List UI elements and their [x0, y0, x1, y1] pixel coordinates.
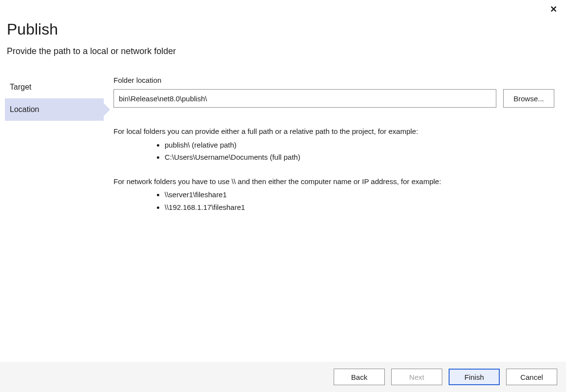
- folder-location-input[interactable]: [113, 89, 496, 108]
- page-subtitle: Provide the path to a local or network f…: [7, 46, 559, 56]
- wizard-footer: Back Next Finish Cancel: [0, 362, 566, 392]
- help-network-intro: For network folders you have to use \\ a…: [113, 175, 554, 188]
- back-button[interactable]: Back: [334, 369, 385, 385]
- main-content: Folder location Browse... For local fold…: [104, 76, 566, 225]
- help-text: For local folders you can provide either…: [113, 125, 554, 213]
- folder-location-label: Folder location: [113, 76, 554, 84]
- close-icon[interactable]: ✕: [548, 3, 559, 16]
- page-title: Publish: [7, 20, 559, 38]
- help-local-example: C:\Users\Username\Documents (full path): [165, 151, 554, 164]
- help-local-intro: For local folders you can provide either…: [113, 125, 554, 138]
- finish-button[interactable]: Finish: [449, 369, 500, 385]
- wizard-sidebar: Target Location: [0, 76, 104, 225]
- sidebar-item-target[interactable]: Target: [5, 76, 104, 98]
- browse-button[interactable]: Browse...: [503, 89, 554, 108]
- cancel-button[interactable]: Cancel: [506, 369, 557, 385]
- help-network-example: \\server1\fileshare1: [165, 188, 554, 201]
- help-network-example: \\192.168.1.17\fileshare1: [165, 201, 554, 214]
- help-local-example: publish\ (relative path): [165, 139, 554, 151]
- sidebar-item-location[interactable]: Location: [5, 98, 104, 121]
- next-button: Next: [391, 369, 442, 385]
